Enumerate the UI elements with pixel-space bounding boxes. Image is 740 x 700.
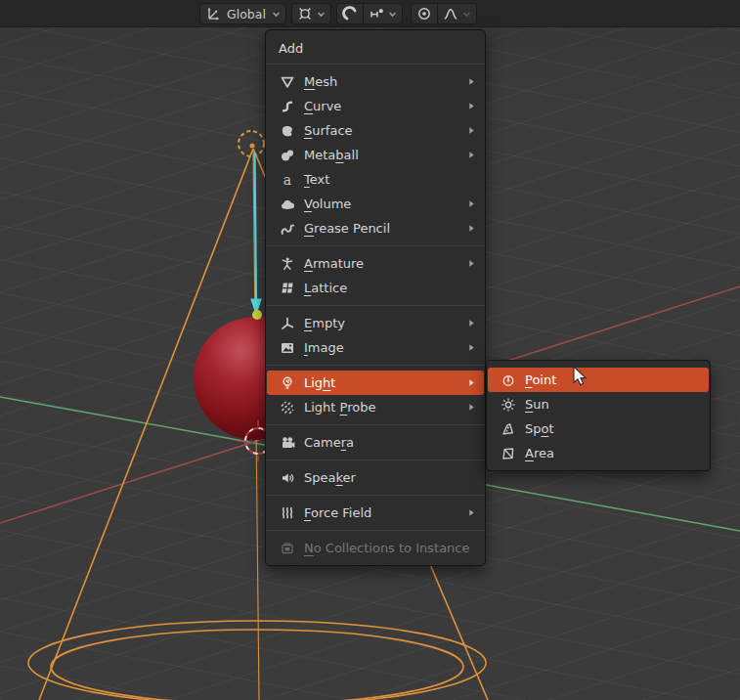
menu-item-speaker[interactable]: Speaker (267, 465, 484, 490)
submenu-arrow-icon (468, 224, 475, 233)
submenu-arrow-icon (468, 126, 475, 135)
light-spot-icon (500, 421, 516, 437)
chevron-down-icon[interactable] (388, 10, 397, 19)
chevron-down-icon[interactable] (462, 10, 471, 19)
menu-item-point[interactable]: Point (488, 368, 709, 392)
light-point-icon (500, 372, 516, 388)
submenu-arrow-icon (468, 403, 475, 412)
volume-icon (279, 197, 295, 212)
light-bulb-icon (279, 375, 295, 391)
menu-item-no-collections-to-instance: No Collections to Instance (267, 536, 484, 560)
menu-item-label: Curve (304, 99, 459, 114)
menu-item-label: Light (304, 375, 459, 391)
menu-item-armature[interactable]: Armature (267, 251, 484, 276)
orientation-axes-button[interactable]: Global (200, 4, 285, 23)
light-area-icon (500, 446, 516, 461)
submenu-arrow-icon (468, 343, 475, 352)
magnet-button[interactable] (337, 4, 363, 23)
menu-item-empty[interactable]: Empty (267, 311, 484, 335)
menu-item-surface[interactable]: Surface (267, 118, 484, 143)
force-field-icon (279, 505, 295, 521)
armature-icon (279, 256, 295, 272)
menu-item-force-field[interactable]: Force Field (267, 501, 484, 525)
falloff-curve-icon (443, 6, 458, 22)
menu-item-area[interactable]: Area (488, 441, 709, 465)
light-probe-icon (279, 400, 295, 416)
image-icon (279, 340, 295, 356)
menu-item-label: Area (525, 446, 700, 461)
falloff-curve-button[interactable] (437, 4, 476, 23)
lattice-icon (279, 281, 295, 296)
menu-item-label: Surface (304, 123, 459, 139)
submenu-arrow-icon (468, 259, 475, 268)
menu-item-label: No Collections to Instance (304, 541, 475, 556)
menu-item-label: Metaball (304, 148, 459, 163)
menu-item-lattice[interactable]: Lattice (267, 276, 484, 300)
z-axis-gizmo-arrow[interactable] (250, 153, 262, 316)
toolbar: Global (199, 3, 477, 24)
snap-circle-x-icon (297, 6, 313, 22)
menu-item-grease-pencil[interactable]: Grease Pencil (267, 216, 484, 241)
menu-item-image[interactable]: Image (267, 335, 484, 360)
submenu-arrow-icon (468, 102, 475, 110)
snap-target-group (291, 3, 331, 24)
blender-window: Global Add MeshCurveSurfaceMetaballaText… (0, 0, 740, 700)
transform-orientation-label: Global (225, 7, 268, 22)
menu-item-label: Armature (304, 256, 459, 272)
viewport-header: Global (0, 0, 740, 27)
add-menu-title: Add (266, 30, 485, 64)
surface-icon (279, 123, 295, 139)
menu-item-label: Lattice (304, 281, 475, 296)
increment-snap-button[interactable] (363, 4, 402, 23)
proportional-circle-button[interactable] (412, 4, 437, 23)
submenu-arrow-icon (468, 378, 475, 387)
menu-separator (266, 64, 485, 65)
menu-item-light[interactable]: Light (267, 371, 484, 395)
menu-item-label: Spot (525, 421, 700, 437)
grease-pencil-icon (279, 221, 295, 237)
menu-item-light-probe[interactable]: Light Probe (267, 395, 484, 419)
speaker-icon (279, 470, 295, 486)
light-submenu: PointSunSpotArea (486, 360, 711, 471)
menu-item-sun[interactable]: Sun (488, 392, 709, 416)
camera-icon (279, 435, 295, 451)
menu-item-metaball[interactable]: Metaball (267, 143, 484, 167)
menu-separator (266, 305, 485, 306)
menu-item-label: Sun (525, 397, 700, 413)
submenu-arrow-icon (468, 199, 475, 208)
proportional-editing-group (411, 3, 477, 24)
chevron-down-icon[interactable] (272, 10, 281, 19)
menu-item-label: Mesh (304, 74, 459, 90)
transform-orientation-group: Global (199, 3, 286, 24)
menu-item-curve[interactable]: Curve (267, 94, 484, 118)
snapping-group (336, 3, 403, 24)
snap-circle-x-button[interactable] (292, 4, 330, 23)
menu-item-text[interactable]: aText (267, 167, 484, 192)
menu-item-mesh[interactable]: Mesh (267, 69, 484, 94)
submenu-arrow-icon (468, 151, 475, 159)
menu-item-label: Light Probe (304, 400, 459, 416)
menu-item-label: Speaker (304, 470, 475, 486)
light-sun-icon (500, 397, 516, 413)
chevron-down-icon[interactable] (317, 10, 326, 19)
mesh-icon (279, 74, 295, 90)
menu-item-camera[interactable]: Camera (267, 430, 484, 455)
menu-item-spot[interactable]: Spot (488, 416, 709, 441)
menu-separator (266, 530, 485, 531)
menu-separator (266, 245, 485, 246)
menu-item-label: Force Field (304, 505, 459, 521)
menu-separator (266, 495, 485, 496)
menu-separator (266, 424, 485, 425)
text-icon: a (279, 172, 295, 188)
svg-text:a: a (283, 172, 290, 188)
menu-item-label: Grease Pencil (304, 221, 459, 237)
metaball-icon (279, 148, 295, 163)
orientation-axes-icon (205, 6, 221, 22)
menu-item-volume[interactable]: Volume (267, 192, 484, 216)
menu-item-label: Text (304, 172, 475, 188)
menu-item-label: Image (304, 340, 459, 356)
collection-instance-icon (279, 541, 295, 556)
submenu-arrow-icon (468, 77, 475, 86)
increment-snap-icon (369, 6, 384, 22)
menu-separator (266, 459, 485, 460)
